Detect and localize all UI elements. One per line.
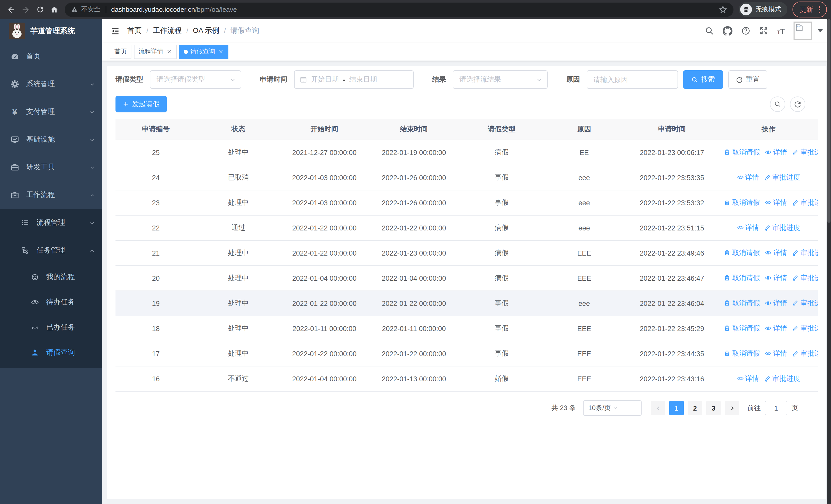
cell-apply-id: 22: [115, 215, 196, 240]
sidebar-item-process-management[interactable]: 流程管理: [0, 209, 102, 237]
app-logo[interactable]: 芋道管理系统: [0, 19, 102, 42]
next-page-button[interactable]: [725, 401, 739, 415]
github-icon[interactable]: [723, 26, 733, 36]
prev-page-button[interactable]: [651, 401, 665, 415]
page-button-2[interactable]: 2: [688, 401, 702, 415]
sidebar-item-my-processes[interactable]: 我的流程: [0, 264, 102, 290]
close-icon[interactable]: [166, 49, 172, 55]
browser-reload-button[interactable]: [33, 2, 47, 17]
action-cancel-link[interactable]: 取消请假: [724, 148, 760, 157]
action-cancel-link[interactable]: 取消请假: [724, 299, 760, 308]
action-progress-link[interactable]: 审批进度: [792, 198, 818, 207]
action-detail-link[interactable]: 详情: [765, 248, 787, 258]
sidebar-item-workflow[interactable]: 工作流程: [0, 181, 102, 209]
table-row[interactable]: 25 处理中 2021-12-27 00:00:00 2022-01-19 00…: [115, 140, 818, 165]
action-cancel-link[interactable]: 取消请假: [724, 324, 760, 333]
action-detail-link[interactable]: 详情: [765, 148, 787, 157]
fullscreen-icon[interactable]: [760, 26, 769, 35]
table-row[interactable]: 16 不通过 2022-01-04 00:00:00 2022-01-13 00…: [115, 366, 818, 391]
sidebar-item-todo-tasks[interactable]: 待办任务: [0, 290, 102, 315]
sidebar-item-dev-tools[interactable]: 研发工具: [0, 153, 102, 181]
goto-page-input[interactable]: [765, 401, 787, 415]
tab-process-detail[interactable]: 流程详情: [134, 45, 177, 59]
breadcrumb-oa-example[interactable]: OA 示例: [193, 26, 220, 35]
action-detail-link[interactable]: 详情: [765, 299, 787, 308]
action-progress-link[interactable]: 审批进度: [792, 148, 818, 157]
table-row[interactable]: 18 处理中 2022-01-11 00:00:00 2022-01-11 00…: [115, 316, 818, 341]
action-progress-link[interactable]: 审批进度: [792, 299, 818, 308]
reason-input[interactable]: [587, 70, 678, 89]
apply-time-range-picker[interactable]: 开始日期 - 结束日期: [294, 70, 414, 89]
font-size-icon[interactable]: TT: [777, 27, 785, 35]
action-detail-link[interactable]: 详情: [737, 223, 759, 233]
sidebar-item-leave-query[interactable]: 请假查询: [0, 340, 102, 365]
action-progress-link[interactable]: 审批进度: [764, 173, 800, 182]
table-row[interactable]: 22 通过 2022-01-22 00:00:00 2022-01-22 00:…: [115, 215, 818, 240]
action-detail-link[interactable]: 详情: [737, 173, 759, 182]
table-row[interactable]: 19 处理中 2022-01-22 00:00:00 2022-01-22 00…: [115, 291, 818, 316]
page-button-1[interactable]: 1: [669, 401, 684, 415]
action-detail-link[interactable]: 详情: [765, 349, 787, 358]
result-select[interactable]: 请选择流结果: [453, 70, 548, 89]
browser-back-button[interactable]: [4, 2, 19, 17]
cell-status: 已取消: [196, 165, 281, 190]
action-detail-link[interactable]: 详情: [765, 324, 787, 333]
page-size-select[interactable]: 10条/页: [583, 400, 641, 416]
browser-menu-button[interactable]: 更新: [793, 2, 827, 18]
scrollbar[interactable]: [827, 19, 831, 504]
table-row[interactable]: 23 处理中 2022-01-03 00:00:00 2022-01-26 00…: [115, 190, 818, 215]
action-cancel-link[interactable]: 取消请假: [724, 273, 760, 283]
page-button-3[interactable]: 3: [706, 401, 721, 415]
avatar-dropdown-caret-icon[interactable]: [818, 29, 823, 32]
action-detail-link[interactable]: 详情: [765, 273, 787, 283]
action-progress-link[interactable]: 审批进度: [792, 349, 818, 358]
refresh-table-button[interactable]: [790, 96, 805, 112]
action-detail-link[interactable]: 详情: [737, 374, 759, 383]
scrollbar-thumb[interactable]: [827, 19, 830, 223]
close-icon[interactable]: [218, 49, 224, 55]
action-cancel-link[interactable]: 取消请假: [724, 198, 760, 207]
action-progress-link[interactable]: 审批进度: [764, 374, 800, 383]
action-progress-link[interactable]: 审批进度: [792, 248, 818, 258]
leave-type-select[interactable]: 请选择请假类型: [150, 70, 241, 89]
action-progress-link[interactable]: 审批进度: [792, 273, 818, 283]
avatar[interactable]: [794, 22, 812, 40]
bookmark-star-icon[interactable]: [719, 5, 727, 14]
chevron-up-icon: [89, 192, 95, 198]
sidebar-item-home[interactable]: 首页: [0, 42, 102, 70]
breadcrumb-home[interactable]: 首页: [127, 26, 142, 35]
action-progress-link[interactable]: 审批进度: [764, 223, 800, 233]
tab-leave-query[interactable]: 请假查询: [179, 45, 228, 59]
browser-forward-button[interactable]: [19, 2, 33, 17]
help-icon[interactable]: [741, 26, 751, 35]
update-label: 更新: [800, 5, 813, 14]
action-cancel-link[interactable]: 取消请假: [724, 349, 760, 358]
sidebar-item-task-management[interactable]: 任务管理: [0, 237, 102, 264]
table-row[interactable]: 21 处理中 2022-01-22 00:00:00 2022-01-23 00…: [115, 240, 818, 266]
table-row[interactable]: 17 处理中 2022-01-22 00:00:00 2022-01-22 00…: [115, 341, 818, 366]
insecure-warning-icon[interactable]: [71, 6, 78, 13]
browser-home-button[interactable]: [47, 2, 62, 17]
breadcrumb-workflow[interactable]: 工作流程: [153, 26, 182, 35]
sidebar-item-infrastructure[interactable]: 基础设施: [0, 126, 102, 153]
kebab-menu-icon[interactable]: [818, 5, 821, 14]
cell-reason: EEE: [544, 266, 625, 291]
action-cancel-link[interactable]: 取消请假: [724, 248, 760, 258]
table-row[interactable]: 24 已取消 2022-01-03 00:00:00 2022-01-26 00…: [115, 165, 818, 190]
table-row[interactable]: 20 处理中 2022-01-04 00:00:00 2022-01-04 00…: [115, 266, 818, 291]
cell-apply-time: 2022-01-23 00:06:17: [625, 140, 719, 165]
sidebar-item-payment[interactable]: ¥ 支付管理: [0, 98, 102, 126]
sidebar-item-system[interactable]: 系统管理: [0, 70, 102, 98]
sidebar-collapse-button[interactable]: [110, 26, 120, 36]
search-icon[interactable]: [705, 26, 714, 35]
tab-home[interactable]: 首页: [110, 45, 132, 59]
action-progress-link[interactable]: 审批进度: [792, 324, 818, 333]
show-search-toggle-button[interactable]: [770, 96, 785, 112]
search-button[interactable]: 搜索: [683, 70, 723, 89]
pen-icon: [764, 174, 771, 181]
reset-button[interactable]: 重置: [728, 70, 767, 89]
browser-address-bar[interactable]: 不安全 dashboard.yudao.iocoder.cn/bpm/oa/le…: [65, 2, 734, 17]
sidebar-item-done-tasks[interactable]: 已办任务: [0, 315, 102, 340]
action-detail-link[interactable]: 详情: [765, 198, 787, 207]
create-leave-button[interactable]: 发起请假: [115, 96, 167, 112]
